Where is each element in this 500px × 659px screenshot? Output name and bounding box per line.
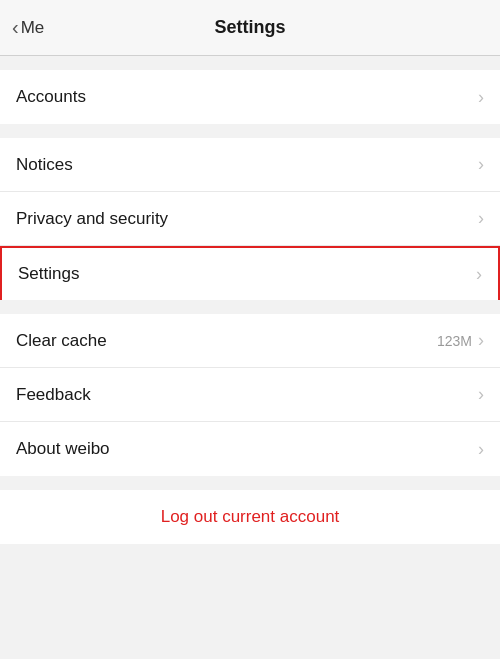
section-group2: Notices › Privacy and security › Setting… (0, 138, 500, 300)
clear-cache-value: 123M (437, 333, 472, 349)
logout-section[interactable]: Log out current account (0, 490, 500, 544)
accounts-label: Accounts (16, 87, 86, 107)
about-chevron-icon: › (478, 439, 484, 460)
clear-cache-right: 123M › (437, 330, 484, 351)
menu-item-privacy[interactable]: Privacy and security › (0, 192, 500, 246)
accounts-chevron-icon: › (478, 87, 484, 108)
privacy-chevron-icon: › (478, 208, 484, 229)
back-label: Me (21, 18, 45, 38)
settings-label: Settings (18, 264, 79, 284)
accounts-right: › (474, 87, 484, 108)
settings-content: Accounts › Notices › Privacy and securit… (0, 56, 500, 544)
section-accounts: Accounts › (0, 70, 500, 124)
privacy-right: › (474, 208, 484, 229)
page-title: Settings (214, 17, 285, 38)
feedback-label: Feedback (16, 385, 91, 405)
gap-1 (0, 56, 500, 70)
about-right: › (474, 439, 484, 460)
notices-chevron-icon: › (478, 154, 484, 175)
back-chevron-icon: ‹ (12, 16, 19, 39)
notices-label: Notices (16, 155, 73, 175)
about-label: About weibo (16, 439, 110, 459)
section-group3: Clear cache 123M › Feedback › About weib… (0, 314, 500, 476)
menu-item-about[interactable]: About weibo › (0, 422, 500, 476)
logout-label: Log out current account (161, 507, 340, 527)
menu-item-settings[interactable]: Settings › (0, 246, 500, 300)
menu-item-clear-cache[interactable]: Clear cache 123M › (0, 314, 500, 368)
menu-item-accounts[interactable]: Accounts › (0, 70, 500, 124)
back-button[interactable]: ‹ Me (12, 16, 44, 39)
privacy-label: Privacy and security (16, 209, 168, 229)
gap-2 (0, 124, 500, 138)
feedback-chevron-icon: › (478, 384, 484, 405)
header: ‹ Me Settings (0, 0, 500, 56)
feedback-right: › (474, 384, 484, 405)
clear-cache-label: Clear cache (16, 331, 107, 351)
settings-chevron-icon: › (476, 264, 482, 285)
clear-cache-chevron-icon: › (478, 330, 484, 351)
menu-item-feedback[interactable]: Feedback › (0, 368, 500, 422)
menu-item-notices[interactable]: Notices › (0, 138, 500, 192)
settings-right: › (472, 264, 482, 285)
gap-3 (0, 300, 500, 314)
notices-right: › (474, 154, 484, 175)
